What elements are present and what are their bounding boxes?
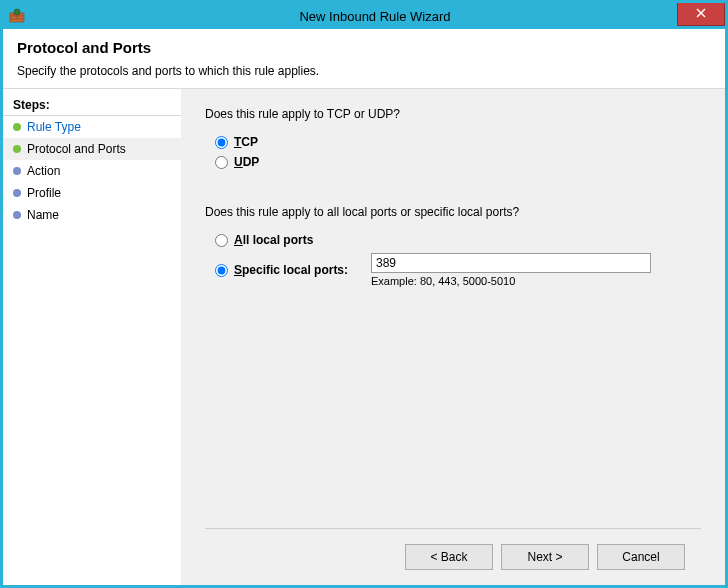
step-action[interactable]: Action	[3, 160, 181, 182]
page-title: Protocol and Ports	[17, 39, 711, 56]
wizard-footer: < Back Next > Cancel	[205, 528, 701, 585]
step-bullet-icon	[13, 145, 21, 153]
step-label: Profile	[27, 186, 61, 200]
ports-question: Does this rule apply to all local ports …	[205, 205, 701, 219]
cancel-button[interactable]: Cancel	[597, 544, 685, 570]
svg-point-6	[14, 9, 20, 15]
close-icon	[696, 7, 706, 21]
radio-tcp-label[interactable]: TCP	[234, 135, 258, 149]
radio-udp[interactable]	[215, 156, 228, 169]
ports-example-text: Example: 80, 443, 5000-5010	[371, 275, 701, 287]
window-title: New Inbound Rule Wizard	[25, 9, 725, 24]
steps-heading: Steps:	[3, 95, 181, 116]
radio-specific-ports-row: Specific local ports:	[215, 263, 365, 277]
step-label: Name	[27, 208, 59, 222]
main-panel: Does this rule apply to TCP or UDP? TCP …	[181, 89, 725, 585]
step-profile[interactable]: Profile	[3, 182, 181, 204]
specific-ports-input[interactable]	[371, 253, 651, 273]
firewall-icon	[9, 8, 25, 24]
step-bullet-icon	[13, 167, 21, 175]
radio-all-ports[interactable]	[215, 234, 228, 247]
radio-tcp[interactable]	[215, 136, 228, 149]
step-label: Action	[27, 164, 60, 178]
radio-specific-ports[interactable]	[215, 264, 228, 277]
step-label: Protocol and Ports	[27, 142, 126, 156]
step-rule-type[interactable]: Rule Type	[3, 116, 181, 138]
specific-ports-grid: Specific local ports: Example: 80, 443, …	[215, 253, 701, 287]
window-inner: New Inbound Rule Wizard Protocol and Por…	[3, 3, 725, 585]
step-bullet-icon	[13, 211, 21, 219]
body: Steps: Rule Type Protocol and Ports Acti…	[3, 88, 725, 585]
port-input-cell: Example: 80, 443, 5000-5010	[371, 253, 701, 287]
content-area: Does this rule apply to TCP or UDP? TCP …	[205, 107, 701, 528]
step-label: Rule Type	[27, 120, 81, 134]
protocol-question: Does this rule apply to TCP or UDP?	[205, 107, 701, 121]
step-name[interactable]: Name	[3, 204, 181, 226]
back-button[interactable]: < Back	[405, 544, 493, 570]
steps-sidebar: Steps: Rule Type Protocol and Ports Acti…	[3, 89, 181, 585]
title-bar: New Inbound Rule Wizard	[3, 3, 725, 29]
radio-udp-label[interactable]: UDP	[234, 155, 259, 169]
radio-all-ports-row: All local ports	[215, 233, 701, 247]
step-bullet-icon	[13, 123, 21, 131]
radio-udp-row: UDP	[215, 155, 701, 169]
radio-specific-ports-label[interactable]: Specific local ports:	[234, 263, 348, 277]
next-button[interactable]: Next >	[501, 544, 589, 570]
page-header: Protocol and Ports Specify the protocols…	[3, 29, 725, 88]
step-protocol-and-ports[interactable]: Protocol and Ports	[3, 138, 181, 160]
close-button[interactable]	[677, 3, 725, 26]
radio-tcp-row: TCP	[215, 135, 701, 149]
page-subtitle: Specify the protocols and ports to which…	[17, 64, 711, 78]
step-bullet-icon	[13, 189, 21, 197]
window-frame: New Inbound Rule Wizard Protocol and Por…	[0, 0, 728, 588]
radio-all-ports-label[interactable]: All local ports	[234, 233, 313, 247]
